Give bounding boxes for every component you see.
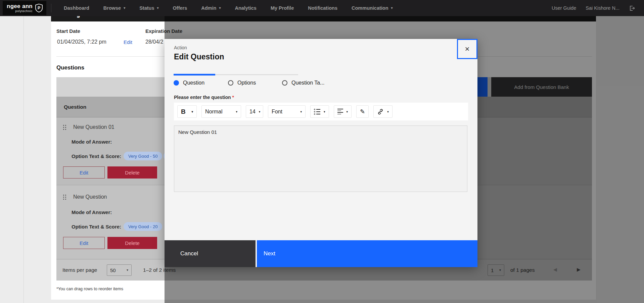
chevron-down-icon: ▾ [236, 110, 237, 113]
close-icon[interactable]: × [457, 39, 477, 59]
font-size-select[interactable]: 14 ▾ [246, 105, 263, 118]
brand-shield-icon: P [35, 4, 43, 12]
nav-item-my-profile[interactable]: My Profile [264, 5, 301, 11]
nav-item-status[interactable]: Status▾ [132, 5, 166, 11]
nav-item-admin[interactable]: Admin▾ [194, 5, 228, 11]
nav-item-browse[interactable]: Browse▾ [96, 5, 132, 11]
brand-logo[interactable]: ngee ann polytechnic P [3, 1, 46, 15]
dialog-title: Edit Question [174, 52, 224, 61]
chevron-down-icon: ▾ [259, 110, 261, 113]
score-badge: Very Good - 50 [124, 152, 162, 160]
chevron-down-icon: ▾ [300, 110, 302, 113]
delete-question-button[interactable]: Delete [107, 237, 157, 249]
question-title: New Question 01 [73, 124, 114, 130]
question-title: New Question [73, 194, 107, 200]
drag-reorder-footnote: *You can drag rows to reorder items [56, 287, 123, 291]
nav-menu: Dashboard Browse▾ Status▾ Offers Admin▾ … [57, 5, 400, 11]
user-guide-link[interactable]: User Guide [552, 5, 576, 11]
start-date-value: 01/04/2025, 7:22 pm [57, 39, 106, 45]
required-asterisk: * [232, 95, 234, 100]
list-format-button[interactable]: ▾ [310, 105, 329, 118]
option-text-score-label: Option Text & Score: [72, 153, 121, 159]
pencil-icon: ✎ [360, 108, 365, 115]
edit-question-button[interactable]: Edit [63, 166, 105, 179]
chevron-down-icon: ▾ [124, 6, 125, 10]
radio-selected-icon [174, 80, 179, 86]
nav-item-communication[interactable]: Communication▾ [344, 5, 400, 11]
align-left-icon [337, 109, 343, 114]
nav-item-dashboard[interactable]: Dashboard [57, 5, 96, 11]
logout-icon[interactable] [629, 5, 635, 11]
brand-subname: polytechnic [7, 10, 33, 13]
editor-text: New Question 01 [178, 129, 217, 135]
column-header-question: Question [64, 104, 86, 110]
step-question-tags[interactable]: Question Ta... [282, 80, 324, 86]
brand-name: ngee ann [7, 3, 33, 9]
nav-item-notifications[interactable]: Notifications [301, 5, 344, 11]
bold-button[interactable]: B ▾ [177, 105, 197, 118]
alignment-button[interactable]: ▾ [334, 105, 352, 118]
nav-divider [51, 4, 51, 12]
mode-of-answer-label: Mode of Answer: [72, 139, 112, 145]
question-field-label: Please enter the question* [174, 95, 234, 100]
start-date-label: Start Date [56, 28, 80, 34]
chevron-down-icon: ▾ [391, 6, 393, 10]
drag-handle-icon[interactable] [63, 125, 66, 130]
questions-section-title: Questions [56, 64, 84, 71]
font-family-select[interactable]: Font ▾ [268, 105, 306, 118]
bullet-list-icon [314, 109, 320, 115]
edit-question-button[interactable]: Edit [63, 237, 105, 249]
chevron-down-icon: ▾ [347, 110, 348, 113]
nav-item-analytics[interactable]: Analytics [228, 5, 263, 11]
page-size-select[interactable]: 50 ▾ [107, 264, 132, 276]
chevron-down-icon: ▾ [127, 268, 128, 272]
score-badge: Very Good - 20 [124, 222, 162, 231]
radio-unselected-icon [228, 80, 233, 86]
chevron-down-icon: ▾ [324, 110, 325, 113]
link-icon [377, 108, 384, 115]
nav-item-offers[interactable]: Offers [166, 5, 194, 11]
user-name[interactable]: Sai Kishore N... [586, 5, 619, 11]
chevron-down-icon: ▾ [387, 110, 389, 113]
step-question[interactable]: Question [174, 80, 204, 86]
cancel-button[interactable]: Cancel [165, 240, 256, 267]
edit-pencil-button[interactable]: ✎ [356, 105, 369, 118]
edit-question-dialog: × Action Edit Question Question Options … [165, 39, 477, 267]
next-button[interactable]: Next [257, 240, 477, 267]
sidebar-edge-divider [24, 16, 24, 303]
expiration-date-value: 28/04/2 [145, 39, 163, 45]
insert-link-button[interactable]: ▾ [373, 105, 393, 118]
chevron-down-icon: ▾ [157, 6, 159, 10]
delete-question-button[interactable]: Delete [107, 166, 157, 179]
chevron-down-icon: ▾ [219, 6, 221, 10]
radio-unselected-icon [282, 80, 287, 86]
dialog-footer: Cancel Next [165, 240, 477, 267]
chevron-down-icon: ▾ [191, 110, 193, 113]
mode-of-answer-label: Mode of Answer: [72, 209, 112, 215]
question-editor-textarea[interactable]: New Question 01 [174, 125, 467, 192]
rich-text-toolbar: B ▾ Normal ▾ 14 ▾ Font ▾ ▾ ▾ ✎ [174, 103, 468, 120]
step-options[interactable]: Options [228, 80, 256, 86]
clipped-heading-fragment: g [77, 16, 80, 18]
step-track-active [174, 74, 215, 75]
start-date-edit-link[interactable]: Edit [124, 39, 132, 45]
drag-handle-icon[interactable] [63, 195, 66, 200]
option-text-score-label: Option Text & Score: [72, 224, 121, 230]
top-navbar: ngee ann polytechnic P Dashboard Browse▾… [0, 0, 644, 16]
items-per-page-label: Items per page [62, 267, 97, 273]
paragraph-format-select[interactable]: Normal ▾ [201, 105, 241, 118]
svg-text:P: P [38, 6, 40, 10]
wizard-steps: Question Options Question Ta... [174, 74, 315, 89]
dialog-kicker: Action [174, 45, 187, 50]
